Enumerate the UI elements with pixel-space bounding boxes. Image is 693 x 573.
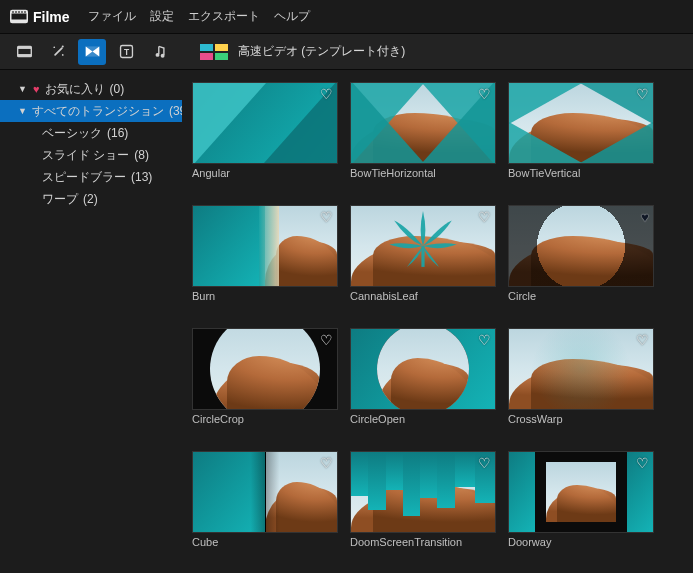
favorite-icon[interactable]: ♡ xyxy=(320,455,333,471)
transition-item[interactable]: ♡ Angular xyxy=(192,82,338,197)
svg-rect-4 xyxy=(15,11,17,13)
sidebar-item-count: (8) xyxy=(134,148,149,162)
sidebar-item-label: スライド ショー xyxy=(42,147,129,164)
leaf-icon xyxy=(383,205,463,287)
favorite-icon[interactable]: ♡ xyxy=(636,86,649,102)
favorite-icon[interactable]: ♡ xyxy=(320,332,333,348)
transition-label: CircleCrop xyxy=(192,413,338,443)
transition-thumbnail[interactable]: ♡ xyxy=(350,82,496,164)
transition-thumbnail[interactable]: ♡ xyxy=(508,82,654,164)
menu-help[interactable]: ヘルプ xyxy=(274,8,310,25)
favorite-icon[interactable]: ♡ xyxy=(478,86,491,102)
heart-icon: ♥ xyxy=(33,83,40,95)
transition-label: BowTieHorizontal xyxy=(350,167,496,197)
transition-thumbnail[interactable]: ♡ xyxy=(192,205,338,287)
favorite-icon[interactable]: ♡ xyxy=(320,209,333,225)
express-video-button[interactable]: 高速ビデオ (テンプレート付き) xyxy=(200,43,405,60)
sidebar-all-transitions[interactable]: ▼ すべてのトランジション (39) xyxy=(0,100,182,122)
transition-item[interactable]: ♡ CircleOpen xyxy=(350,328,496,443)
transition-item[interactable]: ♡ Burn xyxy=(192,205,338,320)
transition-thumbnail[interactable]: ♡ xyxy=(192,451,338,533)
transition-gallery[interactable]: ♡ Angular ♡ BowTieHorizontal xyxy=(182,70,693,573)
app-logo: Filme xyxy=(10,9,70,25)
favorite-icon[interactable]: ♥ xyxy=(641,209,649,225)
transition-item[interactable]: ♡ CircleCrop xyxy=(192,328,338,443)
sidebar-favorites-label: お気に入り xyxy=(45,81,105,98)
toolbar: T 高速ビデオ (テンプレート付き) xyxy=(0,34,693,70)
favorite-icon[interactable]: ♡ xyxy=(478,209,491,225)
menu-file[interactable]: ファイル xyxy=(88,8,136,25)
transition-label: Burn xyxy=(192,290,338,320)
transition-label: BowTieVertical xyxy=(508,167,654,197)
menu-settings[interactable]: 設定 xyxy=(150,8,174,25)
sidebar-favorites[interactable]: ▼ ♥ お気に入り (0) xyxy=(0,78,182,100)
sidebar-item-count: (16) xyxy=(107,126,128,140)
transition-thumbnail[interactable]: ♡ xyxy=(192,328,338,410)
chevron-down-icon: ▼ xyxy=(18,106,27,116)
sidebar-item-count: (2) xyxy=(83,192,98,206)
transition-thumbnail[interactable]: ♡ xyxy=(350,205,496,287)
text-icon[interactable]: T xyxy=(112,39,140,65)
favorite-icon[interactable]: ♡ xyxy=(320,86,333,102)
transition-grid: ♡ Angular ♡ BowTieHorizontal xyxy=(192,82,683,573)
transition-label: Angular xyxy=(192,167,338,197)
svg-point-13 xyxy=(61,54,63,56)
menu-export[interactable]: エクスポート xyxy=(188,8,260,25)
transition-label: Doorway xyxy=(508,536,654,566)
transition-label: CircleOpen xyxy=(350,413,496,443)
transitions-icon[interactable] xyxy=(78,39,106,65)
svg-rect-10 xyxy=(17,54,31,57)
favorite-icon[interactable]: ♡ xyxy=(636,455,649,471)
main-area: ▼ ♥ お気に入り (0) ▼ すべてのトランジション (39) ベーシック (… xyxy=(0,70,693,573)
transition-thumbnail[interactable]: ♥ xyxy=(508,205,654,287)
transition-thumbnail[interactable]: ♡ xyxy=(192,82,338,164)
transition-label: CrossWarp xyxy=(508,413,654,443)
sidebar-all-count: (39) xyxy=(169,104,182,118)
sidebar: ▼ ♥ お気に入り (0) ▼ すべてのトランジション (39) ベーシック (… xyxy=(0,70,182,573)
transition-label: CannabisLeaf xyxy=(350,290,496,320)
sidebar-item-warp[interactable]: ワープ (2) xyxy=(0,188,182,210)
svg-rect-19 xyxy=(421,246,424,267)
sidebar-item-label: スピードブラー xyxy=(42,169,126,186)
audio-icon[interactable] xyxy=(146,39,174,65)
transition-item[interactable]: ♡ Doorway xyxy=(508,451,654,566)
sidebar-item-basic[interactable]: ベーシック (16) xyxy=(0,122,182,144)
svg-rect-7 xyxy=(24,11,26,13)
svg-rect-6 xyxy=(21,11,23,13)
transition-item[interactable]: ♡ CannabisLeaf xyxy=(350,205,496,320)
menu-bar: ファイル 設定 エクスポート ヘルプ xyxy=(88,8,310,25)
favorite-icon[interactable]: ♡ xyxy=(636,332,649,348)
transition-thumbnail[interactable]: ♡ xyxy=(350,328,496,410)
svg-point-17 xyxy=(155,53,159,57)
transition-item[interactable]: ♡ CrossWarp xyxy=(508,328,654,443)
favorite-icon[interactable]: ♡ xyxy=(478,332,491,348)
svg-point-18 xyxy=(160,54,164,58)
sidebar-all-label: すべてのトランジション xyxy=(32,103,164,120)
transition-thumbnail[interactable]: ♡ xyxy=(508,328,654,410)
svg-rect-5 xyxy=(18,11,20,13)
sidebar-item-label: ベーシック xyxy=(42,125,102,142)
titlebar: Filme ファイル 設定 エクスポート ヘルプ xyxy=(0,0,693,34)
transition-item[interactable]: ♡ BowTieVertical xyxy=(508,82,654,197)
transition-item[interactable]: ♥ Circle xyxy=(508,205,654,320)
sidebar-item-speedblur[interactable]: スピードブラー (13) xyxy=(0,166,182,188)
transition-item[interactable]: ♡ DoomScreenTransition xyxy=(350,451,496,566)
sidebar-favorites-count: (0) xyxy=(110,82,125,96)
media-icon[interactable] xyxy=(10,39,38,65)
express-video-label: 高速ビデオ (テンプレート付き) xyxy=(238,43,405,60)
logo-icon xyxy=(10,9,28,25)
transition-item[interactable]: ♡ Cube xyxy=(192,451,338,566)
favorite-icon[interactable]: ♡ xyxy=(478,455,491,471)
svg-rect-2 xyxy=(11,19,28,22)
sidebar-item-label: ワープ xyxy=(42,191,78,208)
transition-thumbnail[interactable]: ♡ xyxy=(508,451,654,533)
transition-label: DoomScreenTransition xyxy=(350,536,496,566)
svg-point-11 xyxy=(53,46,55,48)
app-name: Filme xyxy=(33,9,70,25)
transition-thumbnail[interactable]: ♡ xyxy=(350,451,496,533)
sidebar-item-slideshow[interactable]: スライド ショー (8) xyxy=(0,144,182,166)
effects-icon[interactable] xyxy=(44,39,72,65)
transition-item[interactable]: ♡ BowTieHorizontal xyxy=(350,82,496,197)
svg-text:T: T xyxy=(123,47,129,57)
chevron-down-icon: ▼ xyxy=(18,84,28,94)
